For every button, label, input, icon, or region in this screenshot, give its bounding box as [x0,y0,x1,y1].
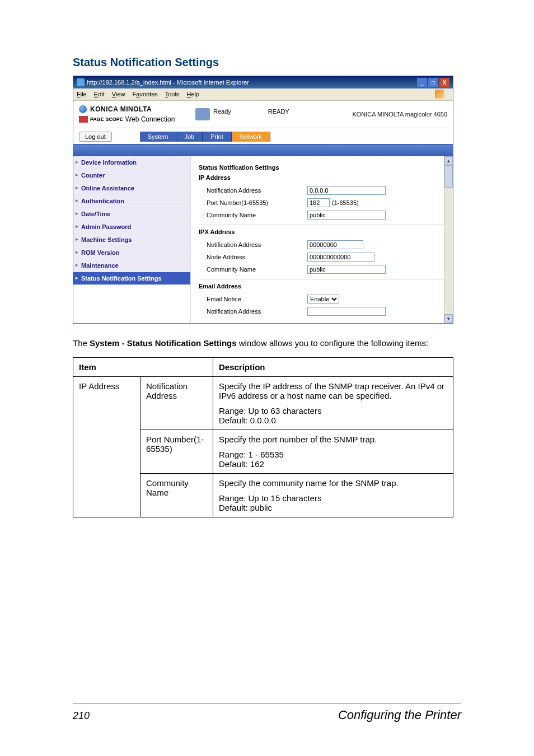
cell-ip-address: IP Address [73,376,140,517]
scroll-up-icon[interactable]: ▴ [444,156,453,165]
app-header: KONICA MINOLTA PAGE SCOPE Web Connection… [73,101,453,128]
tab-job[interactable]: Job [176,132,203,142]
separator [199,225,445,225]
menu-file[interactable]: File [77,91,87,97]
browser-menu: File Edit View Favorites Tools Help [73,88,453,100]
sidebar-item-admin-password[interactable]: Admin Password [73,221,190,234]
input-email-notification-address[interactable] [307,307,386,316]
tab-underline [73,144,453,156]
pagescope-text: Web Connection [125,115,175,123]
browser-titlebar: http://192.168.1.2/a_index.html - Micros… [73,76,453,88]
panel-title: Status Notification Settings [199,164,445,171]
port-hint: (1-65535) [332,199,359,206]
sidebar: Device Information Counter Online Assist… [73,156,191,323]
label-email-notification-address: Notification Address [207,308,307,315]
tab-system[interactable]: System [140,132,177,142]
main-tabs: System Job Print Network [140,132,270,142]
input-ip-community-name[interactable] [307,211,386,220]
label-node-address: Node Address [207,254,307,260]
maximize-button[interactable]: □ [428,78,438,87]
sidebar-item-maintenance[interactable]: Maintenance [73,259,190,272]
scroll-down-icon[interactable]: ▾ [444,314,453,323]
page-number: 210 [73,710,90,722]
cell-desc-port-number: Specify the port number of the SNMP trap… [213,430,453,473]
model-label: KONICA MINOLTA magicolor 4650 [352,111,447,118]
group-email-address: Email Address [199,283,445,290]
tab-print[interactable]: Print [203,132,232,142]
label-notification-address: Notification Address [207,187,307,194]
label-community-name: Community Name [207,212,307,218]
th-item: Item [73,357,213,376]
tab-network[interactable]: Network [232,132,270,142]
sidebar-item-rom-version[interactable]: ROM Version [73,246,190,259]
ie-throbber-icon [435,90,444,99]
input-ip-notification-address[interactable] [307,186,386,195]
sidebar-item-counter[interactable]: Counter [73,169,190,182]
select-email-notice[interactable]: Enable [307,295,339,304]
cell-desc-community-name: Specify the community name for the SNMP … [213,473,453,517]
label-port-number: Port Number(1-65535) [207,199,307,206]
input-port-number[interactable] [307,198,330,207]
brand-name: KONICA MINOLTA [90,105,152,113]
label-ipx-notification-address: Notification Address [207,241,307,248]
cell-notification-address: Notification Address [140,376,213,430]
sidebar-item-online-assistance[interactable]: Online Assistance [73,182,190,195]
pagescope-small: PAGE SCOPE [90,116,123,122]
table-row: IP Address Notification Address Specify … [73,376,453,430]
intro-paragraph: The System - Status Notification Setting… [73,337,461,349]
printer-icon [195,108,210,120]
browser-title: http://192.168.1.2/a_index.html - Micros… [87,79,249,86]
separator [199,279,445,279]
input-node-address[interactable] [307,253,374,262]
input-ipx-community-name[interactable] [307,265,386,274]
label-email-notice: Email Notice [207,296,307,302]
menu-tools[interactable]: Tools [165,91,180,97]
status-ready: Ready [213,108,231,115]
sidebar-item-authentication[interactable]: Authentication [73,195,190,208]
status-ready-big: READY [268,108,289,115]
footer-title: Configuring the Printer [338,708,461,722]
menu-favorites[interactable]: Favorites [133,91,158,97]
logout-button[interactable]: Log out [79,132,112,142]
pagescope-badge-icon [79,116,88,123]
menu-edit[interactable]: Edit [94,91,105,97]
sidebar-item-device-info[interactable]: Device Information [73,156,190,169]
cell-community-name: Community Name [140,473,213,517]
browser-window: http://192.168.1.2/a_index.html - Micros… [73,76,453,324]
group-ipx-address: IPX Address [199,228,445,235]
minimize-button[interactable]: _ [417,78,427,87]
th-description: Description [213,357,453,376]
section-heading: Status Notification Settings [73,56,461,69]
scrollbar[interactable]: ▴ ▾ [444,156,453,323]
page-footer: 210 Configuring the Printer [73,703,461,722]
group-ip-address: IP Address [199,174,445,181]
scroll-thumb[interactable] [444,165,453,188]
input-ipx-notification-address[interactable] [307,240,363,249]
brand-logo-icon [79,105,87,113]
cell-port-number: Port Number(1-65535) [140,430,213,473]
close-button[interactable]: X [439,78,449,87]
cell-desc-notification-address: Specify the IP address of the SNMP trap … [213,376,453,430]
ie-icon [77,78,85,86]
menu-view[interactable]: View [112,91,125,97]
sidebar-item-status-notification[interactable]: Status Notification Settings [73,272,190,285]
description-table: Item Description IP Address Notification… [73,357,453,517]
sidebar-item-machine-settings[interactable]: Machine Settings [73,234,190,246]
menu-help[interactable]: Help [186,91,199,97]
main-panel: Status Notification Settings IP Address … [191,156,453,323]
sidebar-item-date-time[interactable]: Date/Time [73,208,190,221]
label-ipx-community-name: Community Name [207,266,307,273]
